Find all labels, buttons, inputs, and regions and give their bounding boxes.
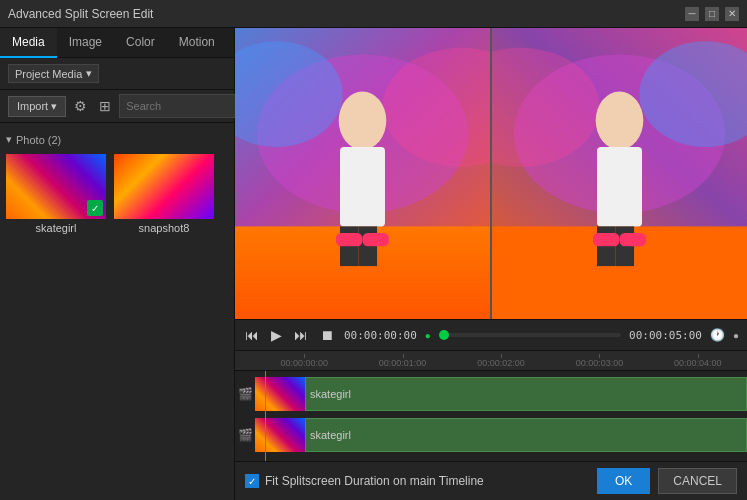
tab-color[interactable]: Color xyxy=(114,28,167,58)
play-button[interactable]: ▶ xyxy=(269,325,284,345)
playback-bar: ⏮ ▶ ⏭ ⏹ 00:00:00:00 ● 00:00:05:00 🕐 ● xyxy=(235,320,747,351)
import-button[interactable]: Import ▾ xyxy=(8,96,66,117)
preview-right xyxy=(492,28,747,319)
track-bar-2 xyxy=(305,418,747,452)
tab-bar: Media Image Color Motion xyxy=(0,28,234,58)
time-end: 00:00:05:00 xyxy=(629,329,702,342)
svg-rect-10 xyxy=(363,233,389,246)
track-row-1: 🎬 skategirl xyxy=(235,375,747,413)
ruler-mark-1: 00:00:01:00 xyxy=(353,358,451,368)
tab-motion[interactable]: Motion xyxy=(167,28,227,58)
timeline-section: ⏮ ▶ ⏭ ⏹ 00:00:00:00 ● 00:00:05:00 🕐 ● 00… xyxy=(235,319,747,461)
tab-media[interactable]: Media xyxy=(0,28,57,58)
grid-view-icon[interactable]: ⊞ xyxy=(95,96,115,116)
project-media-dropdown[interactable]: Project Media ▾ xyxy=(8,64,99,83)
green-dot-icon: ● xyxy=(425,330,431,341)
media-item-label: skategirl xyxy=(6,222,106,234)
video-track-icon: 🎬 xyxy=(238,387,253,401)
track-clip-2: skategirl xyxy=(255,418,747,452)
svg-rect-20 xyxy=(593,233,619,246)
timeline-end-dot: ● xyxy=(733,330,739,341)
media-item-label: snapshot8 xyxy=(114,222,214,234)
media-grid: ✓ skategirl snapshot8 xyxy=(6,150,228,238)
fit-splitscreen-checkbox[interactable]: ✓ xyxy=(245,474,259,488)
track-row-2: 🎬 skategirl xyxy=(235,416,747,454)
progress-bar[interactable] xyxy=(439,333,621,337)
close-button[interactable]: ✕ xyxy=(725,7,739,21)
ruler-mark-4: 00:00:04:00 xyxy=(649,358,747,368)
chevron-down-icon: ▾ xyxy=(51,100,57,113)
preview-area xyxy=(235,28,747,319)
track-label-1: skategirl xyxy=(310,388,351,400)
cancel-button[interactable]: CANCEL xyxy=(658,468,737,494)
chevron-down-icon: ▾ xyxy=(6,133,12,146)
action-row: Import ▾ ⚙ ⊞ 🔍 xyxy=(0,90,234,123)
preview-left-content xyxy=(235,28,490,319)
ruler-mark-3: 00:00:03:00 xyxy=(550,358,648,368)
track-icon-1: 🎬 xyxy=(235,375,255,413)
timeline-tracks: 🎬 skategirl 🎬 xyxy=(235,371,747,461)
play-next-button[interactable]: ⏭ xyxy=(292,325,310,345)
ruler-mark-0: 00:00:00:00 xyxy=(255,358,353,368)
maximize-button[interactable]: □ xyxy=(705,7,719,21)
chevron-down-icon: ▾ xyxy=(86,67,92,80)
clock-icon: 🕐 xyxy=(710,328,725,342)
title-bar: Advanced Split Screen Edit ─ □ ✕ xyxy=(0,0,747,28)
svg-rect-9 xyxy=(336,233,362,246)
stop-button[interactable]: ⏹ xyxy=(318,325,336,345)
timeline-ruler: 00:00:00:00 00:00:01:00 00:00:02:00 00:0… xyxy=(235,351,747,371)
ruler-mark-2: 00:00:02:00 xyxy=(452,358,550,368)
bottom-bar: ✓ Fit Splitscreen Duration on main Timel… xyxy=(235,461,747,500)
playhead xyxy=(265,371,266,461)
media-thumbnail-skategirl: ✓ xyxy=(6,154,106,219)
check-icon: ✓ xyxy=(87,200,103,216)
minimize-button[interactable]: ─ xyxy=(685,7,699,21)
svg-rect-21 xyxy=(620,233,646,246)
track-thumb-1 xyxy=(255,377,305,411)
progress-handle[interactable] xyxy=(439,330,449,340)
time-current: 00:00:00:00 xyxy=(344,329,417,342)
track-thumb-2 xyxy=(255,418,305,452)
svg-rect-6 xyxy=(340,147,385,226)
media-item-skategirl[interactable]: ✓ skategirl xyxy=(6,154,106,234)
preview-right-content xyxy=(492,28,747,319)
track-icon-2: 🎬 xyxy=(235,416,255,454)
svg-rect-17 xyxy=(597,147,642,226)
ok-button[interactable]: OK xyxy=(597,468,650,494)
skip-back-button[interactable]: ⏮ xyxy=(243,325,261,345)
ruler-markers: 00:00:00:00 00:00:01:00 00:00:02:00 00:0… xyxy=(235,358,747,368)
track-content-1[interactable]: skategirl xyxy=(255,377,747,411)
svg-point-5 xyxy=(339,91,387,149)
tab-image[interactable]: Image xyxy=(57,28,114,58)
window-controls: ─ □ ✕ xyxy=(685,7,739,21)
fit-checkbox-area: ✓ Fit Splitscreen Duration on main Timel… xyxy=(245,474,484,488)
media-thumbnail-snapshot8 xyxy=(114,154,214,219)
video-track-icon-2: 🎬 xyxy=(238,428,253,442)
fit-splitscreen-label: Fit Splitscreen Duration on main Timelin… xyxy=(265,474,484,488)
track-clip-1: skategirl xyxy=(255,377,747,411)
media-item-snapshot8[interactable]: snapshot8 xyxy=(114,154,214,234)
left-panel: Media Image Color Motion Project Media ▾… xyxy=(0,28,235,500)
section-header: ▾ Photo (2) xyxy=(6,129,228,150)
svg-point-16 xyxy=(596,91,644,149)
project-media-row: Project Media ▾ xyxy=(0,58,234,90)
window-title: Advanced Split Screen Edit xyxy=(8,7,685,21)
preview-divider xyxy=(490,28,492,319)
main-layout: Media Image Color Motion Project Media ▾… xyxy=(0,28,747,500)
track-bar-1 xyxy=(305,377,747,411)
track-label-2: skategirl xyxy=(310,429,351,441)
bottom-buttons: OK CANCEL xyxy=(597,468,737,494)
track-content-2[interactable]: skategirl xyxy=(255,418,747,452)
filter-icon[interactable]: ⚙ xyxy=(70,96,91,116)
media-section: ▾ Photo (2) ✓ skategirl snapshot8 xyxy=(0,123,234,500)
preview-left xyxy=(235,28,490,319)
right-panel: ⏮ ▶ ⏭ ⏹ 00:00:00:00 ● 00:00:05:00 🕐 ● 00… xyxy=(235,28,747,500)
